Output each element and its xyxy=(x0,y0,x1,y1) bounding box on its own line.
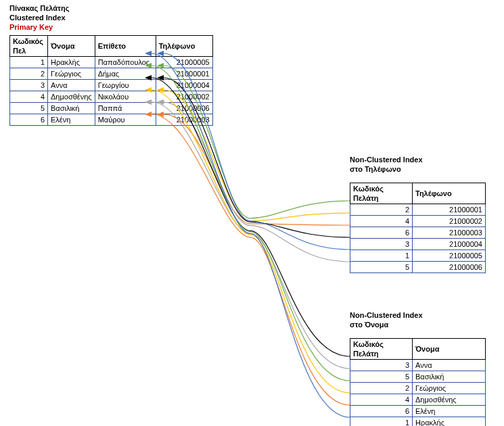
name-index-label: Non-Clustered Index στο Όνομα xyxy=(350,311,423,330)
phone-index-subtitle: στο Τηλέφωνο xyxy=(350,165,423,174)
table-row: 5Βασιλική xyxy=(350,371,486,383)
table-cell: 21000001 xyxy=(156,68,212,80)
table-cell: Γεωργίου xyxy=(95,80,156,91)
index-curve xyxy=(164,114,350,225)
table-cell: 6 xyxy=(350,227,413,239)
table-row: 2ΓεώργιοςΔήμας21000001 xyxy=(10,68,213,80)
table-cell: 1 xyxy=(350,417,413,427)
table-cell: 21000002 xyxy=(413,216,486,227)
table-cell: 2 xyxy=(350,204,413,216)
table-cell: 2 xyxy=(350,383,413,394)
table-row: 1ΗρακλήςΠαπαδόπουλος21000005 xyxy=(10,57,213,68)
table-cell: 21000004 xyxy=(156,80,212,91)
phone-index-label: Non-Clustered Index στο Τηλέφωνο xyxy=(350,156,423,174)
table-cell: 4 xyxy=(350,394,413,406)
table-row: 1Ηρακλής xyxy=(350,417,486,427)
index-curve xyxy=(152,102,350,369)
index-curve xyxy=(164,102,350,262)
table-row: 5ΒασιλικήΠαππά21000006 xyxy=(10,103,213,114)
table-cell: 21000005 xyxy=(156,57,212,68)
table-row: 521000006 xyxy=(350,262,486,273)
table-cell: 1 xyxy=(350,250,413,262)
col-name-header: Όνομα xyxy=(413,339,486,360)
table-cell: Παππά xyxy=(95,103,156,114)
table-cell: Νικολάου xyxy=(95,91,156,103)
table-cell: 5 xyxy=(350,371,413,383)
table-cell: 21000006 xyxy=(156,103,212,114)
main-table-label: Πίνακας Πελάτης Clustered Index Primary … xyxy=(9,4,69,32)
name-index-subtitle: στο Όνομα xyxy=(350,321,423,330)
phone-index-table: Κωδικός Πελάτη Τηλέφωνο 2210000014210000… xyxy=(350,183,486,273)
main-table-subtitle: Clustered Index xyxy=(9,14,69,23)
table-cell: Ηρακλής xyxy=(48,57,95,68)
name-index-table: Κωδικός Πελάτη Όνομα 3Αννα5Βασιλική2Γεώρ… xyxy=(350,338,486,426)
col-id-header: Κωδικός Πελάτη xyxy=(350,183,413,204)
table-cell: Αννα xyxy=(48,80,95,91)
table-cell: Γεώργιος xyxy=(413,383,486,394)
table-cell: Βασιλική xyxy=(413,371,486,383)
phone-index-title: Non-Clustered Index xyxy=(350,156,423,165)
name-index-title: Non-Clustered Index xyxy=(350,311,423,321)
table-cell: Αννα xyxy=(413,360,486,371)
table-cell: Δήμας xyxy=(95,68,156,80)
table-row: 121000005 xyxy=(350,250,486,262)
primary-key-label: Primary Key xyxy=(9,23,69,32)
table-cell: Ελένη xyxy=(413,406,486,417)
table-row: 4Δημοσθένης xyxy=(350,394,486,406)
table-row: 321000004 xyxy=(350,239,486,250)
main-table-title: Πίνακας Πελάτης xyxy=(9,4,69,14)
table-cell: 3 xyxy=(350,239,413,250)
table-cell: 5 xyxy=(350,262,413,273)
col-surname-header: Επίθετο xyxy=(95,36,156,57)
table-row: 421000002 xyxy=(350,216,486,227)
table-cell: Μαύρου xyxy=(95,114,156,126)
table-header-row: Κωδικός Πελ Όνομα Επίθετο Τηλέφωνο xyxy=(10,36,213,57)
table-cell: 21000005 xyxy=(413,250,486,262)
table-cell: Ελένη xyxy=(48,114,95,126)
col-id-header: Κωδικός Πελ xyxy=(10,36,48,57)
table-cell: Γεώργιος xyxy=(48,68,95,80)
table-row: 221000001 xyxy=(350,204,486,216)
table-cell: Δημοσθένης xyxy=(413,394,486,406)
col-phone-header: Τηλέφωνο xyxy=(156,36,212,57)
table-row: 621000003 xyxy=(350,227,486,239)
table-row: 6ΕλένηΜαύρου21000003 xyxy=(10,114,213,126)
table-cell: 21000003 xyxy=(413,227,486,239)
table-cell: Βασιλική xyxy=(48,103,95,114)
table-header-row: Κωδικός Πελάτη Όνομα xyxy=(350,339,486,360)
table-cell: 6 xyxy=(10,114,48,126)
col-phone-header: Τηλέφωνο xyxy=(413,183,486,204)
table-row: 3Αννα xyxy=(350,360,486,371)
table-row: 3ΑνναΓεωργίου21000004 xyxy=(10,80,213,91)
index-curve xyxy=(152,90,350,393)
table-cell: 21000002 xyxy=(156,91,212,103)
table-cell: 21000003 xyxy=(156,114,212,126)
table-cell: 21000001 xyxy=(413,204,486,216)
table-cell: Ηρακλής xyxy=(413,417,486,427)
col-name-header: Όνομα xyxy=(48,36,95,57)
index-curve xyxy=(152,114,350,405)
table-cell: 1 xyxy=(10,57,48,68)
table-cell: 4 xyxy=(10,91,48,103)
table-cell: 6 xyxy=(350,406,413,417)
table-cell: 5 xyxy=(10,103,48,114)
table-cell: 21000004 xyxy=(413,239,486,250)
table-header-row: Κωδικός Πελάτη Τηλέφωνο xyxy=(350,183,486,204)
table-cell: 21000006 xyxy=(413,262,486,273)
table-cell: 3 xyxy=(10,80,48,91)
table-cell: Δημοσθένης xyxy=(48,91,95,103)
main-table: Κωδικός Πελ Όνομα Επίθετο Τηλέφωνο 1Ηρακ… xyxy=(9,35,213,126)
col-id-header: Κωδικός Πελάτη xyxy=(350,339,413,360)
table-cell: Παπαδόπουλος xyxy=(95,57,156,68)
table-cell: 2 xyxy=(10,68,48,80)
table-row: 4ΔημοσθένηςΝικολάου21000002 xyxy=(10,91,213,103)
table-row: 6Ελένη xyxy=(350,406,486,417)
table-cell: 3 xyxy=(350,360,413,371)
table-cell: 4 xyxy=(350,216,413,227)
table-row: 2Γεώργιος xyxy=(350,383,486,394)
